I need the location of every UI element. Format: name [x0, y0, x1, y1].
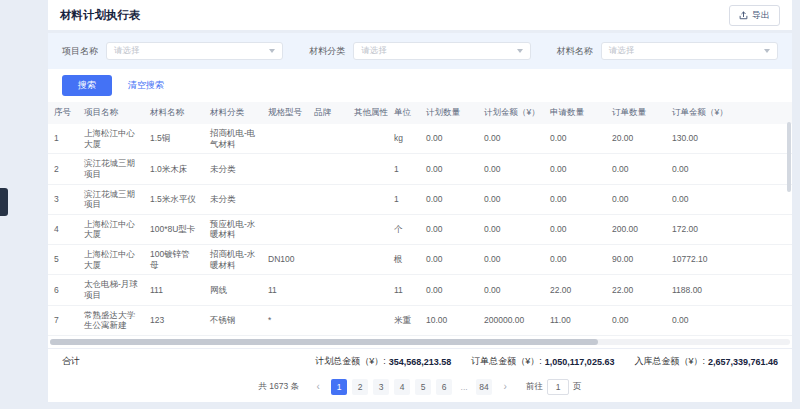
page-button-1[interactable]: 1	[331, 379, 347, 395]
summary-order-total-label: 订单总金额（¥）:	[471, 355, 542, 368]
page-button-last[interactable]: 84	[476, 379, 492, 395]
cell-project-name: 常熟盛达大学生公寓新建	[78, 305, 144, 335]
cell-brand	[308, 245, 348, 275]
cell-unit: 1	[388, 154, 420, 184]
project-name-select[interactable]: 请选择	[106, 42, 283, 60]
chevron-down-icon	[517, 49, 523, 53]
cell-order-amount: 0.00	[666, 305, 792, 335]
filter-material-category: 材料分类 请选择	[309, 42, 530, 60]
cell-material-category: 未分类	[204, 184, 262, 214]
cell-index: 6	[48, 275, 78, 305]
page-button-5[interactable]: 5	[415, 379, 431, 395]
page-button-4[interactable]: 4	[394, 379, 410, 395]
cell-planned-amount: 0.00	[478, 184, 544, 214]
horizontal-scrollbar-track	[48, 337, 792, 348]
header-unit: 单位	[388, 102, 420, 124]
filter-material-name: 材料名称 请选择	[557, 42, 778, 60]
material-category-select[interactable]: 请选择	[353, 42, 530, 60]
header-order-qty: 订单数量	[606, 102, 666, 124]
clear-search-link[interactable]: 清空搜索	[128, 79, 164, 92]
cell-other-attrs	[348, 124, 388, 154]
cell-planned-amount: 0.00	[478, 245, 544, 275]
cell-project-name: 上海松江中心大厦	[78, 245, 144, 275]
cell-planned-qty: 0.00	[420, 335, 478, 337]
category-select-placeholder: 请选择	[361, 45, 387, 57]
page-button-6[interactable]: 6	[436, 379, 452, 395]
cell-project-name: 滨江花城三期项目	[78, 184, 144, 214]
horizontal-scrollbar-thumb[interactable]	[50, 339, 598, 345]
cell-project-name: 上海松江中心大厦	[78, 214, 144, 244]
chevron-down-icon	[269, 49, 275, 53]
cell-material-category: 网线	[204, 275, 262, 305]
page-button-2[interactable]: 2	[352, 379, 368, 395]
cell-spec-model: *	[262, 305, 308, 335]
summary-inbound-total-label: 入库总金额（¥）:	[634, 355, 705, 368]
cell-planned-amount: 0.00	[478, 275, 544, 305]
export-label: 导出	[752, 9, 770, 22]
cell-planned-amount: 200000.00	[478, 305, 544, 335]
cell-unit: 米重	[388, 305, 420, 335]
cell-material-name: 1.0米木床	[144, 154, 204, 184]
table-row: 6 太仓电梯-月球项目 111 网线 11 11 0.00 0.00 22.00…	[48, 275, 792, 305]
cell-material-category: 预应机电-水暖材料	[204, 214, 262, 244]
cell-index: 4	[48, 214, 78, 244]
sidebar-expand-handle[interactable]	[0, 188, 8, 216]
cell-order-qty: 0.00	[606, 335, 666, 337]
cell-order-qty: 0.00	[606, 184, 666, 214]
next-page-icon[interactable]: ›	[497, 379, 513, 395]
search-button[interactable]: 搜索	[62, 75, 112, 96]
cell-unit: 11	[388, 275, 420, 305]
filter-panel: 项目名称 请选择 材料分类 请选择 材料名称 请选择	[48, 33, 792, 69]
chevron-down-icon	[764, 49, 770, 53]
cell-brand	[308, 305, 348, 335]
cell-material-name: 123	[144, 305, 204, 335]
cell-other-attrs	[348, 184, 388, 214]
cell-unit: 1	[388, 184, 420, 214]
cell-order-qty: 90.00	[606, 245, 666, 275]
filter-project-label: 项目名称	[62, 45, 98, 58]
cell-applied-qty: 22.00	[544, 275, 606, 305]
table-row: 1 上海松江中心大厦 1.5铜 招商机电-电气材料 kg 0.00 0.00 0…	[48, 124, 792, 154]
cell-material-category: 墙面辅材	[204, 335, 262, 337]
filter-actions: 搜索 清空搜索	[48, 69, 792, 102]
cell-project-name: 太仓电梯-月球项目	[78, 275, 144, 305]
page-jump-input[interactable]	[547, 379, 569, 395]
cell-applied-qty: 11.00	[544, 305, 606, 335]
main-panel: 材料计划执行表 导出 项目名称 请选择 材料分类 请选择	[48, 0, 792, 402]
cell-planned-qty: 0.00	[420, 275, 478, 305]
page-button-3[interactable]: 3	[373, 379, 389, 395]
cell-planned-amount: 0.00	[478, 214, 544, 244]
header-planned-amount: 计划金额（¥）	[478, 102, 544, 124]
page-jumper: 前往 页	[526, 379, 582, 395]
cell-order-amount: 0.00	[666, 154, 792, 184]
pagination-ellipsis-icon[interactable]: ...	[457, 382, 471, 392]
summary-order-total: 订单总金额（¥）: 1,050,117,025.63	[471, 355, 614, 368]
summary-planned-total-value: 354,568,213.58	[389, 357, 452, 367]
cell-other-attrs	[348, 154, 388, 184]
cell-unit: 个	[388, 214, 420, 244]
cell-order-amount: 130.00	[666, 124, 792, 154]
summary-planned-total-label: 计划总金额（¥）:	[315, 355, 386, 368]
cell-order-qty: 20.00	[606, 124, 666, 154]
cell-project-name: 滨江花城三期项目	[78, 154, 144, 184]
cell-order-amount: 0.00	[666, 184, 792, 214]
cell-material-category: 招商机电-水暖材料	[204, 245, 262, 275]
cell-material-name: 100*8U型卡	[144, 214, 204, 244]
material-select-placeholder: 请选择	[609, 45, 635, 57]
export-button[interactable]: 导出	[729, 5, 780, 26]
export-icon	[739, 11, 748, 20]
cell-material-name: 111	[144, 275, 204, 305]
page-title: 材料计划执行表	[60, 8, 141, 23]
material-name-select[interactable]: 请选择	[601, 42, 778, 60]
cell-planned-qty: 0.00	[420, 245, 478, 275]
vertical-scrollbar[interactable]	[787, 122, 791, 192]
jump-suffix-label: 页	[573, 381, 582, 393]
cell-order-qty: 0.00	[606, 305, 666, 335]
cell-applied-qty: 0.00	[544, 184, 606, 214]
filter-category-label: 材料分类	[309, 45, 345, 58]
table-row: 5 上海松江中心大厦 100镀锌管母 招商机电-水暖材料 DN100 根 0.0…	[48, 245, 792, 275]
prev-page-icon[interactable]: ‹	[310, 379, 326, 395]
cell-material-category: 不锈钢	[204, 305, 262, 335]
cell-spec-model	[262, 124, 308, 154]
header-index: 序号	[48, 102, 78, 124]
